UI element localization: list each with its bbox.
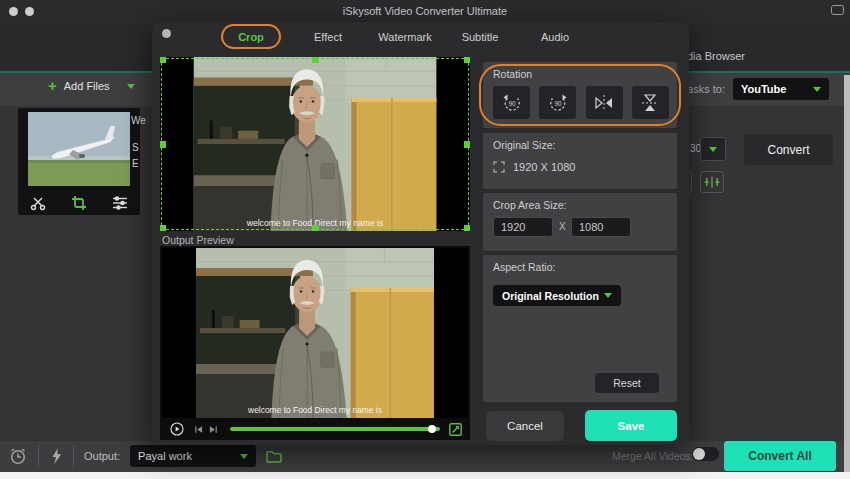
original-size-value: 1920 X 1080	[513, 161, 575, 173]
crop-area-size-section: Crop Area Size: X	[483, 193, 677, 251]
tab-watermark[interactable]: Watermark	[378, 31, 431, 43]
crop-handle[interactable]	[160, 57, 166, 63]
video-frame: welcome to Food Direct my name is	[194, 57, 437, 231]
aspect-ratio-dropdown[interactable]: Original Resolution	[493, 285, 621, 306]
app-title: iSkysoft Video Converter Ultimate	[0, 5, 850, 17]
save-button[interactable]: Save	[585, 410, 677, 441]
skip-back-icon[interactable]	[194, 425, 203, 434]
schedule-alarm-icon[interactable]	[8, 446, 28, 466]
flip-vertical-icon	[640, 92, 660, 114]
reset-button[interactable]: Reset	[595, 373, 659, 393]
tab-audio[interactable]: Audio	[541, 31, 569, 43]
tab-effect[interactable]: Effect	[314, 31, 342, 43]
clip-text-fragment: S	[132, 142, 139, 153]
cancel-button[interactable]: Cancel	[486, 411, 564, 441]
tasks-to-row: tasks to: YouTube	[684, 78, 829, 100]
app-window: iSkysoft Video Converter Ultimate Media …	[0, 0, 850, 479]
original-size-label: Original Size:	[493, 139, 555, 151]
seek-handle[interactable]	[428, 425, 436, 433]
rotation-label: Rotation	[493, 68, 532, 80]
svg-text:90: 90	[508, 100, 516, 107]
chevron-down-icon	[604, 293, 612, 298]
rotate-right-90-icon: 90	[547, 92, 569, 114]
output-folder-value: Payal work	[138, 450, 192, 462]
tab-crop[interactable]: Crop	[238, 31, 264, 43]
crop-handle[interactable]	[464, 57, 470, 63]
clip-tools-row	[18, 195, 140, 211]
video-frame: welcome to Food Direct my name is	[196, 248, 434, 418]
svg-text:90: 90	[554, 100, 562, 107]
fullscreen-icon[interactable]	[449, 423, 462, 436]
toggle-knob	[693, 448, 705, 460]
size-separator: X	[559, 221, 566, 232]
fit-width-button[interactable]	[700, 171, 724, 193]
expand-icon	[493, 161, 505, 173]
crop-icon[interactable]	[71, 195, 87, 211]
crop-handle[interactable]	[464, 141, 470, 148]
clip-thumbnail	[28, 112, 130, 186]
crop-handle[interactable]	[160, 225, 166, 231]
rotation-section: Rotation 90 90	[483, 62, 677, 128]
flip-vertical-button[interactable]	[632, 86, 669, 119]
open-folder-icon[interactable]	[266, 450, 282, 463]
chevron-down-icon[interactable]	[127, 84, 135, 89]
crop-area-size-label: Crop Area Size:	[493, 199, 567, 211]
output-label: Output:	[84, 450, 120, 462]
convert-button[interactable]: Convert	[744, 134, 833, 165]
quick-convert-icon[interactable]	[49, 447, 63, 465]
output-folder-dropdown[interactable]: Payal work	[130, 445, 256, 467]
add-files-button[interactable]: + Add Files	[48, 80, 135, 92]
chevron-down-icon	[813, 87, 821, 92]
resolution-dropdown-fragment[interactable]	[700, 137, 726, 161]
video-clip-card[interactable]	[18, 108, 140, 215]
aspect-ratio-section: Aspect Ratio: Original Resolution Reset	[483, 255, 677, 402]
tasks-to-dropdown[interactable]: YouTube	[733, 78, 829, 100]
rotate-left-90-icon: 90	[501, 92, 523, 114]
output-preview-label: Output Preview	[162, 234, 234, 246]
aspect-ratio-label: Aspect Ratio:	[493, 261, 555, 273]
rotate-left-90-button[interactable]: 90	[493, 86, 530, 119]
output-preview-panel: welcome to Food Direct my name is	[160, 246, 470, 440]
effects-sliders-icon[interactable]	[112, 196, 128, 210]
divider	[73, 445, 74, 467]
clip-text-fragment: We	[131, 115, 146, 126]
flip-horizontal-icon	[593, 93, 615, 113]
merge-all-videos-label: Merge All Videos:	[612, 450, 694, 462]
window-edge	[844, 75, 850, 472]
convert-all-button[interactable]: Convert All	[724, 441, 836, 471]
add-files-label: Add Files	[64, 80, 110, 92]
dialog-close-dot[interactable]	[162, 29, 171, 38]
window-edge	[0, 472, 850, 479]
tasks-to-value: YouTube	[741, 83, 786, 95]
crop-dialog: Crop Effect Watermark Subtitle Audio wel…	[152, 22, 689, 445]
crop-preview[interactable]: welcome to Food Direct my name is	[160, 57, 470, 231]
flip-horizontal-button[interactable]	[586, 86, 623, 119]
tab-subtitle[interactable]: Subtitle	[462, 31, 499, 43]
output-preview-video: welcome to Food Direct my name is	[162, 248, 468, 418]
trim-scissors-icon[interactable]	[30, 195, 46, 211]
plus-icon: +	[48, 81, 57, 91]
subtitle-caption: welcome to Food Direct my name is	[246, 218, 384, 228]
crop-handle[interactable]	[160, 141, 166, 148]
rotate-right-90-button[interactable]: 90	[539, 86, 576, 119]
skip-forward-icon[interactable]	[209, 425, 218, 434]
title-bar: iSkysoft Video Converter Ultimate	[0, 0, 850, 24]
play-button[interactable]	[170, 422, 184, 436]
divider	[38, 445, 39, 467]
chevron-down-icon	[709, 147, 717, 152]
crop-handle[interactable]	[464, 225, 470, 231]
playback-controls	[160, 418, 470, 440]
original-size-section: Original Size: 1920 X 1080	[483, 133, 677, 189]
seek-bar[interactable]	[230, 427, 440, 431]
chevron-down-icon	[240, 454, 248, 459]
merge-all-videos-toggle[interactable]	[692, 447, 719, 461]
screen-icon[interactable]	[831, 5, 844, 15]
crop-width-input[interactable]	[493, 217, 553, 237]
fit-width-icon	[703, 175, 721, 189]
crop-height-input[interactable]	[571, 217, 631, 237]
subtitle-caption: welcome to Food Direct my name is	[247, 405, 382, 415]
clip-text-fragment: E	[132, 158, 139, 169]
tasks-to-label: tasks to:	[684, 83, 725, 95]
aspect-ratio-value: Original Resolution	[502, 290, 599, 302]
